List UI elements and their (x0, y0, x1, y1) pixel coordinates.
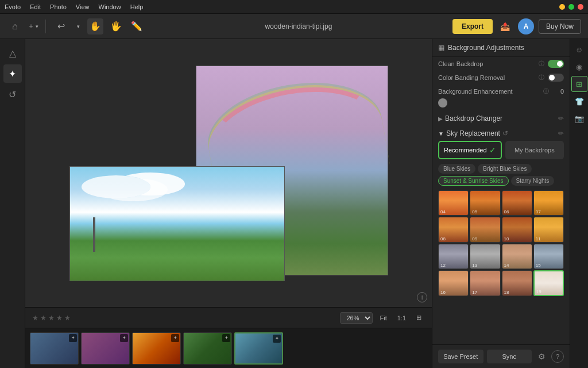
left-toolbar: △ ✦ ↺ (0, 39, 25, 368)
right-icon-grid[interactable]: ⊞ (571, 76, 587, 92)
export-button[interactable]: Export (452, 19, 493, 34)
menu-evoto[interactable]: Evoto (5, 3, 21, 10)
clean-backdrop-info[interactable]: ⓘ (539, 60, 544, 68)
sky-thumb-18[interactable]: 18 (502, 270, 532, 296)
sky-thumb-12[interactable]: 12 (438, 244, 469, 269)
sky-thumb-16[interactable]: 16 (438, 270, 469, 296)
adjust-tool[interactable]: △ (3, 44, 22, 62)
canvas-info-icon[interactable]: i (417, 292, 427, 302)
menu-help[interactable]: Help (130, 3, 144, 10)
sky-thumb-09[interactable]: 09 (470, 217, 500, 242)
sky-replacement-row[interactable]: ▼ Sky Replacement ↺ ✏ (432, 126, 570, 139)
backdrop-changer-row[interactable]: ▶ Backdrop Changer ✏ (432, 111, 570, 126)
sky-thumb-19[interactable]: 19 (533, 270, 564, 296)
right-icon-camera[interactable]: 📷 (571, 110, 587, 126)
film-badge-1: ✦ (69, 334, 77, 342)
menu-photo[interactable]: Photo (50, 3, 67, 10)
sky-replacement-title: Sky Replacement (446, 129, 500, 137)
star-1[interactable]: ★ (32, 314, 38, 322)
my-backdrops-label: My Backdrops (514, 147, 555, 154)
sky-thumb-07[interactable]: 07 (533, 190, 564, 216)
clean-backdrop-row: Clean Backdrop ⓘ (432, 57, 570, 71)
menu-edit[interactable]: Edit (30, 3, 41, 10)
canvas-bottom-controls: 26% Fit 1:1 ⊞ (340, 312, 425, 324)
add-chevron-icon: ▾ (36, 24, 38, 29)
filter-bright-blue[interactable]: Bright Blue Skies (478, 164, 532, 174)
sky-thumb-14[interactable]: 14 (502, 244, 532, 269)
right-icon-shirt[interactable]: 👕 (571, 93, 587, 109)
sky-thumb-13[interactable]: 13 (470, 244, 500, 269)
separator (45, 20, 46, 33)
home-button[interactable]: ⌂ (7, 18, 23, 34)
share-button[interactable]: 📤 (497, 18, 513, 34)
zoom-select[interactable]: 26% (340, 312, 373, 324)
sky-thumb-08[interactable]: 08 (438, 217, 469, 242)
sky-undo-icon[interactable]: ↺ (502, 129, 508, 137)
bg-enhancement-value: 0 (552, 88, 564, 95)
undo-chevron-button[interactable]: ▾ (74, 18, 83, 34)
brush-tool-button[interactable]: 🖐 (108, 18, 124, 34)
filmstrip: ✦ ✦ ✦ ✦ ✦ (25, 328, 432, 368)
move-tool-button[interactable]: ✋ (87, 18, 103, 34)
sky-thumb-10[interactable]: 10 (502, 217, 532, 242)
sky-thumb-17[interactable]: 17 (470, 270, 500, 296)
star-rating[interactable]: ★ ★ ★ ★ ★ (32, 314, 71, 322)
star-5[interactable]: ★ (64, 314, 71, 322)
recommended-tab[interactable]: Recommended ✓ (438, 141, 502, 159)
bg-enhancement-slider-row (432, 98, 570, 111)
filter-blue-skies[interactable]: Blue Skies (438, 164, 475, 174)
grid-button[interactable]: ⊞ (413, 312, 425, 323)
fit-button[interactable]: Fit (376, 313, 390, 323)
save-preset-button[interactable]: Save Preset (438, 350, 483, 363)
main-area: △ ✦ ↺ i ★ ★ ★ ★ ★ (0, 39, 588, 368)
bg-enhancement-slider[interactable] (438, 98, 447, 108)
color-banding-label: Color Banding Removal (438, 74, 535, 81)
right-icon-face[interactable]: ☺ (571, 41, 587, 57)
add-button[interactable]: ＋ ▾ (28, 21, 38, 31)
panel-help-icon[interactable]: ? (551, 350, 564, 363)
eraser-tool-button[interactable]: ✏️ (129, 18, 145, 34)
backdrop-edit-icon[interactable]: ✏ (558, 114, 564, 122)
color-banding-row: Color Banding Removal ⓘ (432, 71, 570, 85)
toolbar: ⌂ ＋ ▾ ↩ ▾ ✋ 🖐 ✏️ wooden-indian-tipi.jpg … (0, 14, 588, 39)
sky-thumb-05[interactable]: 05 (470, 190, 500, 216)
filmstrip-thumb-1[interactable]: ✦ (30, 332, 79, 365)
filter-starry-nights[interactable]: Starry Nights (511, 176, 555, 186)
buy-now-button[interactable]: Buy Now (539, 19, 581, 34)
right-icon-circle[interactable]: ◉ (571, 59, 587, 75)
sky-edit-icon[interactable]: ✏ (558, 129, 564, 137)
right-icon-strip: ☺ ◉ ⊞ 👕 📷 (570, 39, 588, 368)
my-backdrops-tab[interactable]: My Backdrops (505, 141, 564, 159)
undo-button[interactable]: ↩ (53, 18, 69, 34)
filmstrip-thumb-4[interactable]: ✦ (183, 332, 232, 365)
bg-enhancement-info[interactable]: ⓘ (543, 87, 549, 95)
star-3[interactable]: ★ (48, 314, 55, 322)
ratio-button[interactable]: 1:1 (394, 313, 409, 323)
sky-thumb-06[interactable]: 06 (502, 190, 532, 216)
main-image (69, 66, 388, 281)
sky-thumb-15[interactable]: 15 (533, 244, 564, 269)
star-2[interactable]: ★ (40, 314, 47, 322)
enhance-tool[interactable]: ✦ (3, 64, 22, 83)
color-banding-info[interactable]: ⓘ (539, 74, 544, 82)
backdrop-arrow: ▶ (438, 116, 443, 122)
filmstrip-thumb-2[interactable]: ✦ (81, 332, 130, 365)
bg-enhancement-label: Background Enhancement (438, 88, 540, 95)
panel-settings-icon[interactable]: ⚙ (535, 350, 548, 363)
filmstrip-thumb-3[interactable]: ✦ (132, 332, 181, 365)
menu-view[interactable]: View (76, 3, 90, 10)
menu-window[interactable]: Window (99, 3, 121, 10)
sky-thumb-11[interactable]: 11 (533, 217, 564, 242)
plus-icon: ＋ (28, 21, 34, 31)
user-avatar[interactable]: A (518, 18, 534, 34)
sky-thumb-04[interactable]: 04 (438, 190, 469, 216)
clean-backdrop-toggle[interactable] (548, 60, 564, 68)
filmstrip-thumb-5[interactable]: ✦ (234, 332, 283, 365)
history-tool[interactable]: ↺ (3, 85, 22, 103)
sync-button[interactable]: Sync (487, 350, 532, 363)
bg-adjustments-header: ▦ Background Adjustments (432, 39, 570, 57)
color-banding-toggle[interactable] (548, 74, 564, 82)
star-4[interactable]: ★ (56, 314, 63, 322)
sky-filter-row: Blue Skies Bright Blue Skies Sunset & Su… (432, 162, 570, 188)
filter-sunset[interactable]: Sunset & Sunrise Skies (438, 176, 509, 186)
